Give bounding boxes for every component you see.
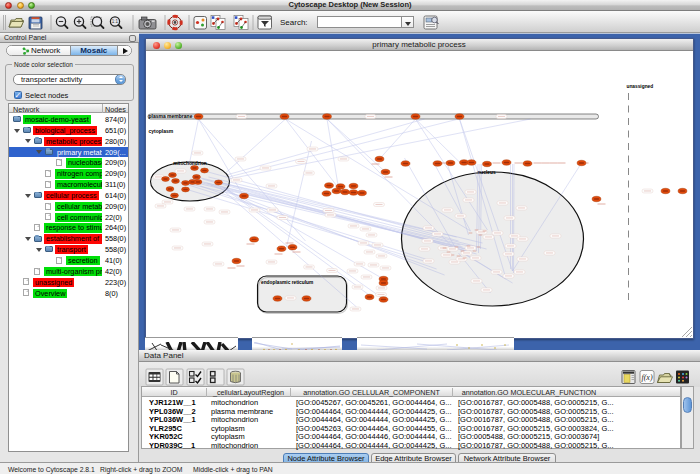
svg-text:f(x): f(x) — [641, 373, 652, 382]
svg-text:plasma membrane: plasma membrane — [148, 113, 192, 119]
svg-text:cytoplasm: cytoplasm — [148, 128, 173, 134]
svg-text:1:1: 1:1 — [112, 19, 119, 24]
svg-text:unassigned: unassigned — [626, 84, 653, 89]
svg-text:nucleus: nucleus — [477, 170, 495, 175]
svg-text:endoplasmic reticulum: endoplasmic reticulum — [261, 280, 313, 285]
